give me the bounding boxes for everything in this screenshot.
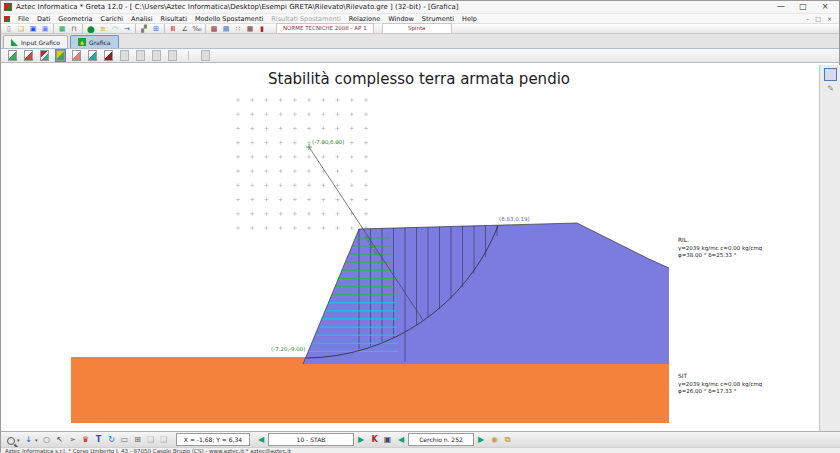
- export-arrow-icon[interactable]: →: [121, 24, 133, 34]
- circle-tool-icon[interactable]: ○: [40, 434, 53, 446]
- view-extra-2-icon[interactable]: [136, 50, 145, 61]
- ril-parameters-line1: γ=2039 kg/mc c=0.00 kg/cmq: [678, 245, 762, 252]
- status-bar: Aztec Informatica s.r.l. * Corso Umberto…: [1, 447, 840, 453]
- save-copy-icon[interactable]: ▣: [39, 24, 51, 34]
- cursor-coordinates: X = -1,68; Y = 6,34: [176, 433, 250, 446]
- document-icon: [4, 16, 10, 22]
- pan-down-icon[interactable]: ↓: [22, 434, 35, 446]
- minimize-button[interactable]: —: [770, 1, 792, 13]
- view-extra-5-icon[interactable]: [201, 50, 210, 61]
- person-run-icon[interactable]: K: [368, 434, 381, 446]
- next-circle-arrow[interactable]: ▶: [474, 435, 488, 444]
- pages-icon[interactable]: ⧉: [501, 434, 514, 446]
- materials-icon[interactable]: ●: [85, 24, 97, 34]
- page-tool-1-icon[interactable]: ❏: [144, 434, 157, 446]
- dots-grid-icon[interactable]: ∷: [232, 24, 244, 34]
- select-pointer-icon[interactable]: ↖: [53, 434, 66, 446]
- app-icon: [4, 3, 12, 11]
- dart-icon[interactable]: ➢: [66, 434, 79, 446]
- mdi-controls[interactable]: –□×: [806, 15, 836, 22]
- toe-coordinates-label: (-7.20,-9.00): [271, 346, 306, 352]
- drawing-area[interactable]: Stabilità complesso terra armata pendio …: [1, 65, 819, 431]
- menu-carichi[interactable]: Carichi: [97, 15, 128, 23]
- hand-icon[interactable]: ◉: [488, 434, 501, 446]
- tab-grafica[interactable]: ▲ Grafica: [70, 35, 119, 48]
- view-stability-icon[interactable]: [56, 50, 65, 61]
- refresh-icon[interactable]: ↻: [105, 434, 118, 446]
- grafica-icon: ▲: [78, 38, 86, 46]
- mdi-close-icon: ×: [827, 15, 832, 22]
- main-toolbar: ▯ ❏ ▣ ▣ ▦ ⊓ ● ≡ ◠ → ▞ ⊞ Ⅲ ∠ ‰ ▩ ▤ ∷ ▦ ▮ …: [1, 23, 839, 34]
- menu-dati[interactable]: Dati: [33, 15, 54, 23]
- hatch-grid-2-icon[interactable]: ▤: [220, 24, 232, 34]
- percent-edit-icon[interactable]: ‰: [191, 24, 203, 34]
- angle-tool-icon[interactable]: ∠: [179, 24, 191, 34]
- selection-box-icon[interactable]: [824, 68, 837, 81]
- tab-input-grafico-label: Input Grafico: [21, 39, 60, 46]
- prev-phase-arrow[interactable]: ◀: [254, 435, 268, 444]
- menu-help[interactable]: Help: [458, 15, 481, 23]
- view-extra-3-icon[interactable]: [152, 50, 161, 61]
- grid-box-icon[interactable]: ⊞: [131, 434, 144, 446]
- verify-grid-icon[interactable]: ⊞: [150, 24, 162, 34]
- crown-icon[interactable]: ♛: [79, 434, 92, 446]
- norme-tecniche-button[interactable]: NORME TECNICHE 2008 - AP 1: [276, 23, 374, 34]
- close-button[interactable]: ×: [814, 1, 836, 13]
- arc-tool-icon[interactable]: ◠: [109, 24, 121, 34]
- tab-input-grafico[interactable]: Input Grafico: [3, 35, 68, 48]
- report-book-icon[interactable]: ▮: [256, 24, 268, 34]
- view-sections-icon[interactable]: [88, 50, 97, 61]
- hatch-grid-3-icon[interactable]: ▦: [244, 24, 256, 34]
- table-data-icon[interactable]: ▦: [56, 24, 68, 34]
- menu-modello-spostamenti[interactable]: Modello Spostamenti: [191, 15, 267, 23]
- circle-selector[interactable]: Cerchio n. 252: [408, 433, 474, 446]
- view-extra-1-icon[interactable]: [120, 50, 129, 61]
- hatch-grid-1-icon[interactable]: ▩: [208, 24, 220, 34]
- view-extra-4-icon[interactable]: [168, 50, 177, 61]
- bottom-toolbar: ▾ ↓▾ ○ ↖ ➢ ♛ T ↻ ▭ ⊞ ❏ ❏ X = -1,68; Y = …: [1, 431, 840, 447]
- wall-section-icon[interactable]: ⊓: [68, 24, 80, 34]
- crest-coordinates-label: (6.83,0.19): [499, 216, 530, 222]
- strata-layers-icon[interactable]: ≡: [97, 24, 109, 34]
- prev-circle-arrow[interactable]: ◀: [394, 435, 408, 444]
- mdi-minimize-icon: –: [806, 15, 809, 22]
- text-tool-icon[interactable]: T: [92, 434, 105, 446]
- view-reinforcement-icon[interactable]: [104, 50, 113, 61]
- view-loads-icon[interactable]: [24, 50, 33, 61]
- view-displacements-icon[interactable]: [72, 50, 81, 61]
- menu-geometria[interactable]: Geometria: [54, 15, 96, 23]
- open-file-icon[interactable]: ❏: [15, 24, 27, 34]
- view-pressures-icon[interactable]: [40, 50, 49, 61]
- red-columns-icon[interactable]: Ⅲ: [167, 24, 179, 34]
- menu-relazione[interactable]: Relazione: [345, 15, 384, 23]
- window-view-icon[interactable]: ▣: [381, 434, 394, 446]
- maximize-button[interactable]: □: [792, 1, 814, 13]
- title-bar: Aztec Informatica * Greta 12.0 - [ C:\Us…: [1, 1, 839, 14]
- zoom-icon[interactable]: [7, 437, 15, 445]
- menu-risultati-spostamenti[interactable]: Risultati Spostamenti: [267, 15, 345, 23]
- spinta-button[interactable]: Spinta: [382, 23, 452, 34]
- window-title: Aztec Informatica * Greta 12.0 - [ C:\Us…: [16, 3, 770, 11]
- phase-selector[interactable]: 10 - STAB: [268, 433, 354, 446]
- status-text: Aztec Informatica s.r.l. * Corso Umberto…: [5, 448, 291, 453]
- menu-strumenti[interactable]: Strumenti: [418, 15, 458, 23]
- menu-window[interactable]: Window: [384, 15, 418, 23]
- menu-analisi[interactable]: Analisi: [127, 15, 156, 23]
- pile-tool-icon[interactable]: ▞: [138, 24, 150, 34]
- next-phase-arrow[interactable]: ▶: [354, 435, 368, 444]
- sit-parameters-line1: γ=2039 kg/mc c=0.08 kg/cmq: [678, 381, 762, 388]
- input-grafico-icon: [11, 39, 18, 46]
- sit-name-label: SIT: [678, 373, 687, 379]
- right-tool-strip: ✎: [819, 65, 840, 431]
- drawing-canvas[interactable]: (-7.00,6.00) (6.83,0.19) (-7.20,-9.00) R…: [1, 65, 819, 431]
- tab-row: Input Grafico ▲ Grafica: [1, 34, 839, 49]
- menu-file[interactable]: File: [14, 15, 33, 23]
- zoom-detail-icon[interactable]: ✎: [825, 83, 836, 94]
- ruler-icon[interactable]: ▭: [118, 434, 131, 446]
- view-structure-icon[interactable]: [8, 50, 17, 61]
- save-file-icon[interactable]: ▣: [27, 24, 39, 34]
- menu-risultati[interactable]: Risultati: [156, 15, 191, 23]
- ril-parameters-line2: φ=38.00 ° δ=25.33 °: [678, 252, 737, 259]
- page-tool-2-icon[interactable]: ❏: [157, 434, 170, 446]
- new-file-icon[interactable]: ▯: [3, 24, 15, 34]
